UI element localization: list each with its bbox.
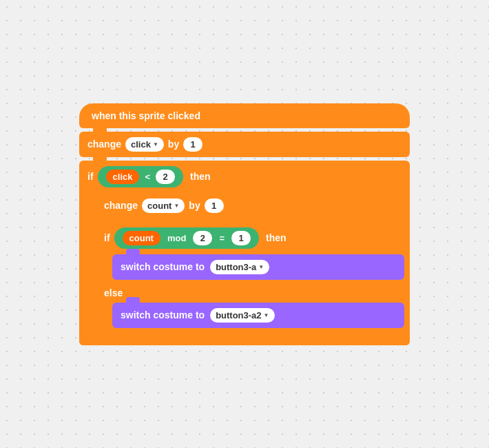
mod-label: mod — [167, 233, 186, 243]
inner-condition[interactable]: count mod 2 = 1 — [114, 227, 259, 249]
change-label: change — [87, 139, 121, 150]
change-click-block[interactable]: change click ▼ by 1 — [79, 132, 410, 157]
click-by-value[interactable]: 1 — [183, 137, 202, 152]
outer-if-block: if click < 2 then change count ▼ — [79, 161, 410, 345]
else-text: else — [104, 287, 123, 298]
outer-condition[interactable]: click < 2 — [98, 166, 184, 187]
change-count-block[interactable]: change count ▼ by 1 — [96, 193, 407, 218]
click-dropdown[interactable]: click ▼ — [125, 137, 164, 152]
costume-2-dropdown[interactable]: button3-a2 ▼ — [210, 308, 274, 323]
switch-costume-2-block[interactable]: switch costume to button3-a2 ▼ — [112, 303, 404, 328]
switch-2-label: switch costume to — [121, 309, 205, 320]
count-var-pill: count — [123, 231, 160, 245]
outer-if-header: if click < 2 then — [79, 161, 410, 193]
costume-2-arrow-icon: ▼ — [264, 312, 269, 318]
mod-value[interactable]: 2 — [193, 231, 212, 245]
costume-1-arrow-icon: ▼ — [258, 264, 264, 270]
inner-if-label: if — [104, 232, 110, 243]
count-var-label: count — [147, 201, 171, 211]
inner-then-label: then — [266, 232, 287, 243]
switch-1-label: switch costume to — [121, 261, 205, 272]
eq-value[interactable]: 1 — [231, 231, 251, 245]
click-var-pill: click — [106, 170, 140, 184]
inner-if-block: if count mod 2 = 1 then — [96, 222, 407, 338]
inner-if-header: if count mod 2 = 1 then — [96, 222, 407, 254]
click-var-text: click — [113, 172, 133, 182]
dropdown-arrow-icon: ▼ — [153, 141, 158, 147]
count-dropdown-arrow-icon: ▼ — [174, 203, 179, 209]
outer-if-footer — [79, 338, 410, 345]
costume-1-dropdown[interactable]: button3-a ▼ — [210, 260, 269, 274]
count-dropdown[interactable]: count ▼ — [142, 198, 185, 213]
outer-then-label: then — [190, 171, 211, 182]
click-var-label: click — [131, 139, 151, 150]
change-count-label: change — [104, 200, 138, 211]
by-label: by — [168, 139, 179, 150]
hat-block[interactable]: when this sprite clicked — [79, 103, 410, 128]
switch-costume-1-block[interactable]: switch costume to button3-a ▼ — [112, 254, 404, 280]
inner-else-body: switch costume to button3-a2 ▼ — [112, 303, 404, 328]
eq-op: = — [219, 233, 225, 243]
inner-if-body: switch costume to button3-a ▼ — [112, 254, 404, 280]
costume-1-value: button3-a — [216, 262, 256, 272]
outer-if-body: change count ▼ by 1 if count — [96, 193, 407, 338]
costume-2-value: button3-a2 — [216, 310, 261, 320]
hat-label: when this sprite clicked — [92, 110, 200, 121]
inner-if-footer — [96, 332, 407, 338]
count-var-pill-text: count — [129, 233, 154, 243]
count-by-label: by — [189, 200, 200, 211]
lt-value[interactable]: 2 — [156, 170, 175, 184]
scratch-program: when this sprite clicked change click ▼ … — [79, 103, 410, 345]
outer-if-label: if — [87, 171, 94, 182]
else-label: else — [96, 283, 407, 303]
count-by-value[interactable]: 1 — [205, 198, 224, 213]
lt-op: < — [145, 172, 150, 182]
